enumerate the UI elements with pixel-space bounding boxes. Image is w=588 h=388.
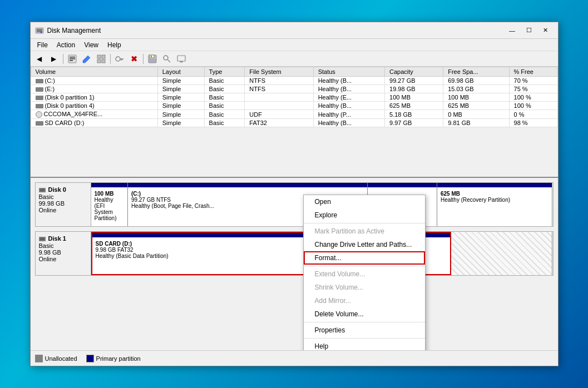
col-type[interactable]: Type [204,67,245,77]
cell-pct: 98 % [509,119,557,127]
partition-header [91,183,127,187]
save-button[interactable] [146,53,159,65]
window-title: Disk Management [47,27,505,34]
cell-capacity: 5.18 GB [385,110,443,119]
context-menu-item: Add Mirror... [304,294,425,307]
partition-header [128,183,368,187]
back-button[interactable]: ◀ [33,53,46,65]
toolbar-sep-2 [110,54,111,64]
table-row[interactable]: SD CARD (D:) Simple Basic FAT32 Healthy … [31,119,557,127]
svg-rect-24 [40,238,45,240]
cell-type: Basic [204,93,245,102]
delete-button[interactable]: ✖ [127,53,141,65]
cell-layout: Simple [157,110,204,119]
properties-button[interactable] [66,53,79,65]
table-row[interactable]: (E:) Simple Basic NTFS Healthy (B... 19.… [31,85,557,93]
cell-type: Basic [204,110,245,119]
cell-free: 69.98 GB [443,77,509,85]
app-icon [35,26,44,35]
context-menu-item: Shrink Volume... [304,281,425,294]
disk-1-unallocated[interactable] [451,232,553,275]
minimize-button[interactable]: — [505,25,520,36]
svg-rect-6 [70,60,73,61]
cell-pct: 70 % [509,77,557,85]
svg-rect-19 [180,61,183,62]
cell-fs: UDF [245,110,313,119]
cell-status: Healthy (B... [313,85,384,93]
status-bar: Unallocated Primary partition [31,350,558,366]
edit-button[interactable] [80,53,93,65]
cell-capacity: 625 MB [385,102,443,110]
close-button[interactable]: ✕ [538,25,554,36]
table-row[interactable]: CCCOMA_X64FRE... Simple Basic UDF Health… [31,110,557,119]
disk-0-status: Online [39,207,87,213]
cell-type: Basic [204,102,245,110]
table-row[interactable]: (Disk 0 partition 4) Simple Basic Health… [31,102,557,110]
context-menu-separator [304,223,425,223]
menu-file[interactable]: File [33,40,52,50]
col-free[interactable]: Free Spa... [443,67,509,77]
col-filesystem[interactable]: File System [245,67,313,77]
svg-rect-10 [102,59,105,63]
disk-0-info: Disk 0 Basic 99.98 GB Online [36,183,91,226]
monitor-button[interactable] [175,53,188,65]
partition-label: Healthy (Recovery Partition) [441,197,549,203]
cell-status: Healthy (B... [313,77,384,85]
col-volume[interactable]: Volume [31,67,157,77]
menu-view[interactable]: View [80,40,103,50]
maximize-button[interactable]: ☐ [521,25,537,36]
svg-point-11 [116,57,120,61]
col-pctfree[interactable]: % Free [509,67,557,77]
cell-layout: Simple [157,102,204,110]
context-menu-item[interactable]: Format... [304,251,425,265]
key-button[interactable] [113,53,126,65]
svg-rect-15 [149,59,156,62]
cell-free: 15.03 GB [443,85,509,93]
cell-fs: FAT32 [245,119,313,127]
svg-point-2 [40,31,42,33]
volume-table-section[interactable]: Volume Layout Type File System Status Ca… [31,67,558,178]
context-menu-item[interactable]: Change Drive Letter and Paths... [304,238,425,251]
context-menu: OpenExploreMark Partition as ActiveChang… [303,195,426,350]
cell-layout: Simple [157,77,204,85]
disk-visual-section: Disk 0 Basic 99.98 GB Online 100 MB Heal… [31,178,558,350]
disk-1-status: Online [39,256,87,262]
context-menu-item[interactable]: Help [304,340,425,350]
cell-status: Healthy (B... [313,102,384,110]
disk-0-partition-4[interactable]: 625 MB Healthy (Recovery Partition) [437,183,553,226]
disk-0-partition-1[interactable]: 100 MB Healthy (EFI System Partition) [91,183,128,226]
partition-header [437,183,552,187]
svg-rect-20 [180,62,182,62]
legend-primary-label: Primary partition [96,355,141,362]
cell-pct: 75 % [509,85,557,93]
cell-volume: (E:) [31,85,157,93]
context-menu-item[interactable]: Open [304,195,425,208]
search-button[interactable] [160,53,174,65]
cell-status: Healthy (B... [313,119,384,127]
cell-status: Healthy (E... [313,93,384,102]
context-menu-item[interactable]: Delete Volume... [304,307,425,321]
partition-header [368,183,437,187]
svg-rect-22 [40,189,45,191]
menu-help[interactable]: Help [103,40,126,50]
forward-button[interactable]: ▶ [47,53,61,65]
volume-table: Volume Layout Type File System Status Ca… [31,67,558,127]
cell-layout: Simple [157,119,204,127]
disk-management-window: Disk Management — ☐ ✕ File Action View H… [30,22,559,366]
cell-layout: Simple [157,93,204,102]
disk-0-size: 99.98 GB [39,200,87,207]
cell-capacity: 9.97 GB [385,119,443,127]
col-status[interactable]: Status [313,67,384,77]
context-menu-item[interactable]: Properties [304,324,425,337]
context-menu-item[interactable]: Explore [304,208,425,222]
menu-action[interactable]: Action [52,40,80,50]
svg-line-17 [167,59,170,62]
table-row[interactable]: (C:) Simple Basic NTFS Healthy (B... 99.… [31,77,557,85]
cell-free: 625 MB [443,102,509,110]
cell-pct: 100 % [509,93,557,102]
view-button[interactable] [95,53,108,65]
table-row[interactable]: (Disk 0 partition 1) Simple Basic Health… [31,93,557,102]
cell-pct: 0 % [509,110,557,119]
col-capacity[interactable]: Capacity [385,67,443,77]
col-layout[interactable]: Layout [157,67,204,77]
